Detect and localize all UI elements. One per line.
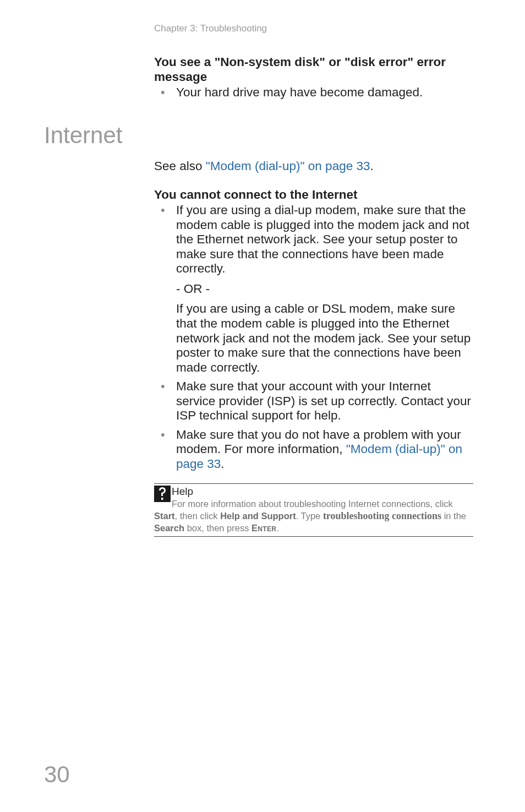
see-also-suffix: .	[370, 159, 373, 173]
cannot-connect-heading: You cannot connect to the Internet	[154, 188, 473, 203]
help-callout: Help For more information about troubles…	[154, 483, 473, 536]
help-text-part: , then click	[175, 511, 221, 521]
list-item: Make sure that your account with your In…	[176, 379, 473, 423]
page-number: 30	[44, 761, 70, 788]
bullet-text: Make sure that your account with your In…	[176, 379, 471, 422]
section-title-internet: Internet	[44, 122, 525, 149]
help-text-part: . Type	[296, 511, 323, 521]
list-item: Your hard drive may have become damaged.	[176, 85, 473, 100]
help-search-term: troubleshooting connections	[323, 510, 441, 521]
question-mark-icon	[154, 486, 171, 502]
bullet-text-continuation: If you are using a cable or DSL modem, m…	[176, 302, 473, 375]
bullet-text-suffix: .	[221, 457, 224, 471]
or-separator: - OR -	[176, 282, 473, 297]
error-heading-nonsystem: You see a "Non-system disk" or "disk err…	[154, 55, 473, 84]
help-text-part: box, then press	[184, 523, 251, 533]
help-has-keyword: Help and Support	[220, 511, 296, 521]
bullet-text: Your hard drive may have become damaged.	[176, 85, 423, 99]
content-block-2: See also "Modem (dial-up)" on page 33. Y…	[154, 159, 473, 537]
bullet-text: If you are using a dial-up modem, make s…	[176, 203, 473, 276]
modem-link[interactable]: "Modem (dial-up)" on page 33	[206, 159, 370, 173]
list-item: Make sure that you do not have a problem…	[176, 428, 473, 472]
help-start-keyword: Start	[154, 511, 175, 521]
page-container: Chapter 3: Troubleshooting You see a "No…	[0, 0, 525, 812]
chapter-header: Chapter 3: Troubleshooting	[154, 23, 525, 34]
bullet-list-1: Your hard drive may have become damaged.	[154, 85, 473, 100]
help-text-part: For more information about troubleshooti…	[172, 499, 453, 509]
see-also-prefix: See also	[154, 159, 206, 173]
help-body: For more information about troubleshooti…	[154, 499, 466, 533]
help-text-part: in the	[441, 511, 466, 521]
svg-rect-0	[161, 498, 163, 500]
help-icon-wrap	[154, 485, 172, 502]
list-item: If you are using a dial-up modem, make s…	[176, 203, 473, 375]
help-enter-key: Enter	[251, 523, 276, 533]
see-also-line: See also "Modem (dial-up)" on page 33.	[154, 159, 473, 173]
help-text-part: .	[276, 523, 279, 533]
help-title: Help	[172, 485, 193, 498]
content-block-1: You see a "Non-system disk" or "disk err…	[154, 55, 473, 100]
bullet-list-2: If you are using a dial-up modem, make s…	[154, 203, 473, 471]
help-text: Help For more information about troubles…	[154, 485, 473, 533]
help-search-keyword: Search	[154, 523, 184, 533]
